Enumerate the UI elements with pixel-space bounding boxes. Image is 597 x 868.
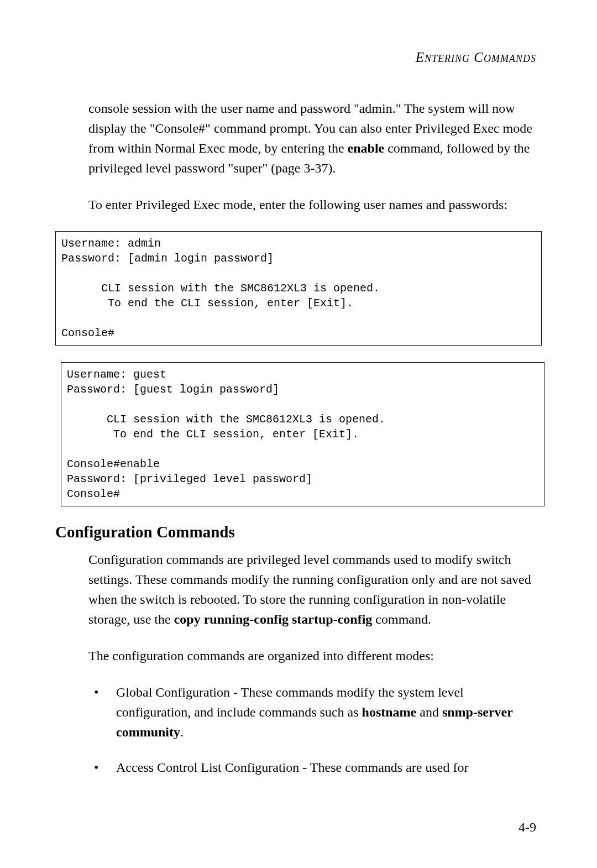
code-block-admin-login: Username: admin Password: [admin login p…: [55, 231, 542, 346]
b1-text2: and: [416, 705, 442, 719]
page-number: 4-9: [519, 820, 536, 835]
bullet-1-content: Global Configuration - These commands mo…: [116, 682, 542, 742]
list-item: • Access Control List Configuration - Th…: [88, 757, 542, 777]
p3-bold-copy: copy running-config startup-config: [174, 612, 373, 626]
bullet-list: • Global Configuration - These commands …: [88, 682, 542, 777]
config-paragraph-2: The configuration commands are organized…: [88, 646, 542, 666]
b1-bold-hostname: hostname: [362, 705, 417, 719]
p1-bold-enable: enable: [348, 141, 385, 155]
p3-part2: command.: [372, 612, 431, 626]
page-header-title: Entering Commands: [55, 50, 536, 65]
bullet-2-content: Access Control List Configuration - Thes…: [116, 757, 542, 777]
bullet-marker-icon: •: [88, 682, 116, 742]
intro-paragraph-1: console session with the user name and p…: [88, 98, 542, 178]
code-block-guest-login: Username: guest Password: [guest login p…: [61, 362, 544, 506]
b1-text3: .: [180, 725, 184, 739]
intro-paragraph-2: To enter Privileged Exec mode, enter the…: [88, 195, 542, 215]
section-heading-config-commands: Configuration Commands: [55, 523, 542, 541]
bullet-marker-icon: •: [88, 757, 116, 777]
config-paragraph-1: Configuration commands are privileged le…: [88, 550, 542, 629]
list-item: • Global Configuration - These commands …: [88, 682, 542, 742]
